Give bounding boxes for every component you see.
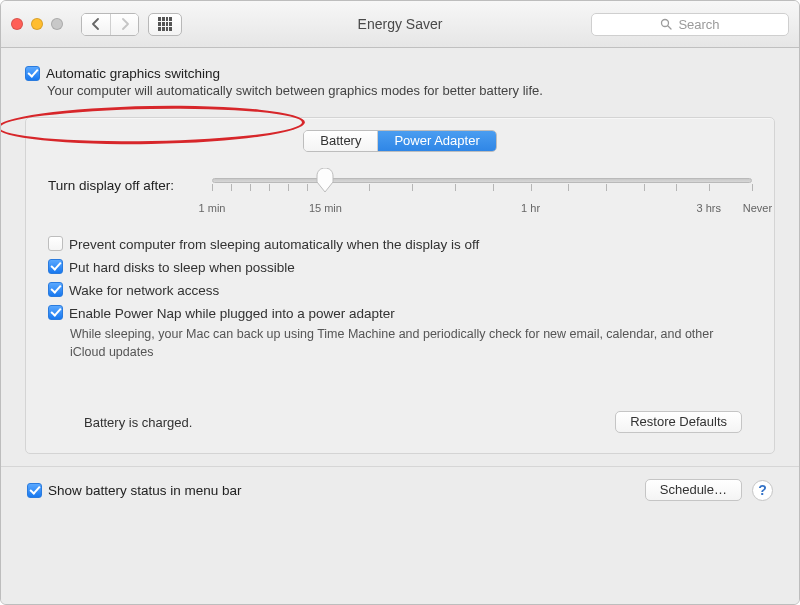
wake-network-row: Wake for network access	[48, 282, 752, 299]
show-menubar-label: Show battery status in menu bar	[48, 483, 242, 498]
show-menubar-checkbox[interactable]	[27, 483, 42, 498]
slider-labels: 1 min 15 min 1 hr 3 hrs Never	[212, 202, 752, 218]
power-nap-label: Enable Power Nap while plugged into a po…	[69, 305, 395, 322]
prevent-sleep-checkbox[interactable]	[48, 236, 63, 251]
help-button[interactable]: ?	[752, 480, 773, 501]
close-icon[interactable]	[11, 18, 23, 30]
auto-graphics-label: Automatic graphics switching	[46, 66, 220, 81]
display-sleep-label: Turn display off after:	[48, 178, 198, 193]
search-field[interactable]: Search	[591, 13, 789, 36]
minimize-icon[interactable]	[31, 18, 43, 30]
search-placeholder: Search	[678, 17, 719, 32]
power-nap-row: Enable Power Nap while plugged into a po…	[48, 305, 752, 322]
preferences-window: Energy Saver Search Automatic graphics s…	[0, 0, 800, 605]
svg-point-0	[662, 20, 669, 27]
battery-status: Battery is charged.	[84, 415, 192, 430]
traffic-lights	[11, 18, 81, 30]
back-button[interactable]	[82, 14, 110, 35]
prevent-sleep-row: Prevent computer from sleeping automatic…	[48, 236, 752, 253]
search-icon	[660, 18, 672, 30]
panel-footer: Battery is charged. Restore Defaults	[48, 411, 752, 439]
tabs: Battery Power Adapter	[48, 130, 752, 152]
show-menubar-row: Show battery status in menu bar	[27, 483, 242, 498]
power-nap-sub: While sleeping, your Mac can back up usi…	[70, 326, 752, 361]
forward-button	[110, 14, 138, 35]
display-sleep-row: Turn display off after:	[48, 172, 752, 198]
nav-back-forward	[81, 13, 139, 36]
auto-graphics-checkbox[interactable]	[25, 66, 40, 81]
hdd-sleep-checkbox[interactable]	[48, 259, 63, 274]
tab-power-adapter[interactable]: Power Adapter	[377, 131, 495, 151]
hdd-sleep-row: Put hard disks to sleep when possible	[48, 259, 752, 276]
restore-defaults-button[interactable]: Restore Defaults	[615, 411, 742, 433]
display-sleep-slider[interactable]	[212, 172, 752, 198]
prevent-sleep-label: Prevent computer from sleeping automatic…	[69, 236, 479, 253]
slider-knob[interactable]	[316, 168, 334, 193]
content: Automatic graphics switching Your comput…	[1, 48, 799, 605]
hdd-sleep-label: Put hard disks to sleep when possible	[69, 259, 295, 276]
tab-battery[interactable]: Battery	[304, 131, 377, 151]
help-icon: ?	[758, 482, 767, 498]
bottom-bar: Show battery status in menu bar Schedule…	[25, 479, 775, 501]
grid-icon	[158, 17, 172, 31]
svg-line-1	[668, 26, 671, 29]
wake-network-checkbox[interactable]	[48, 282, 63, 297]
auto-graphics-row: Automatic graphics switching	[25, 66, 775, 81]
show-all-button[interactable]	[148, 13, 182, 36]
titlebar: Energy Saver Search	[1, 1, 799, 48]
divider	[1, 466, 799, 467]
settings-panel: Battery Power Adapter Turn display off a…	[25, 117, 775, 454]
auto-graphics-description: Your computer will automatically switch …	[47, 83, 775, 98]
wake-network-label: Wake for network access	[69, 282, 219, 299]
schedule-button[interactable]: Schedule…	[645, 479, 742, 501]
power-nap-checkbox[interactable]	[48, 305, 63, 320]
maximize-icon	[51, 18, 63, 30]
